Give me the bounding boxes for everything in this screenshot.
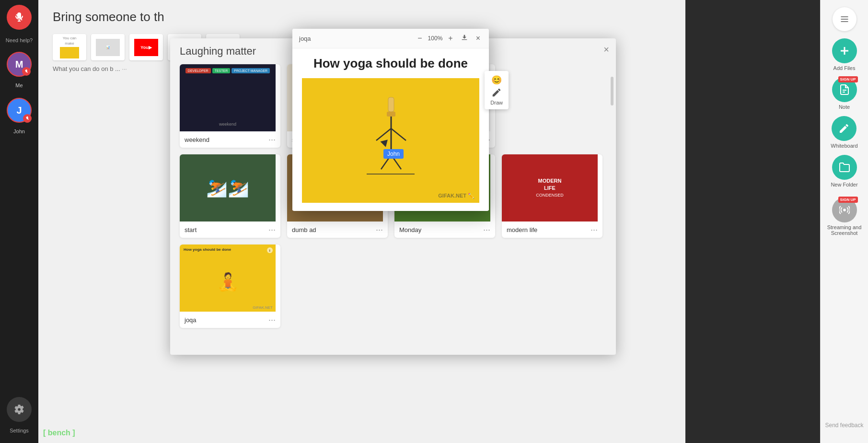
card-start[interactable]: ⛷️⛷️ start ··· <box>180 154 280 238</box>
card-weekend-img: DEVELOPER TESTER PROJECT MANAGER weekend <box>180 64 276 131</box>
add-files-item[interactable]: Add Files <box>832 38 857 71</box>
modernlife-more-btn[interactable]: ··· <box>590 225 598 234</box>
settings-button[interactable] <box>7 397 32 422</box>
smiley-icon: 😊 <box>491 75 502 85</box>
mic-off-badge <box>22 67 31 76</box>
thumb-label-1: You can make <box>60 36 79 58</box>
cursor-area <box>381 140 389 147</box>
john-label: John <box>13 128 25 134</box>
add-files-button[interactable] <box>832 38 857 63</box>
empty-col <box>502 64 602 148</box>
dumbad-title: dumb ad <box>292 226 316 233</box>
streaming-signup-badge: SIGN UP <box>838 197 858 203</box>
download-button[interactable] <box>459 33 470 44</box>
modern-life-text: MODERNLIFECONDENSED <box>536 177 564 198</box>
help-link[interactable]: Need help? <box>6 37 33 43</box>
card-monday-footer: Monday ··· <box>394 222 495 238</box>
yoga-figure-icon: 🧘 <box>217 272 239 292</box>
send-feedback-button[interactable]: Send feedback <box>825 422 863 436</box>
sidebar: Need help? M Me J John Settings <box>0 0 38 443</box>
whiteboard-label: Whiteboard <box>831 143 857 149</box>
preview-controls: − 100% + × <box>416 33 482 44</box>
overlay-close-button[interactable]: × <box>603 44 609 55</box>
draw-label: Draw <box>490 100 503 105</box>
menu-button[interactable] <box>833 7 856 31</box>
weekend-bottom: weekend <box>219 122 236 127</box>
zoom-plus-button[interactable]: + <box>446 33 454 44</box>
preview-yoga-image: John GIFAK.NET ✏️ <box>302 78 479 203</box>
start-more-btn[interactable]: ··· <box>268 225 276 234</box>
card-start-footer: start ··· <box>180 222 280 238</box>
card-modernlife-img: MODERNLIFECONDENSED <box>502 154 598 222</box>
card-weekend-footer: weekend ··· <box>180 131 280 148</box>
card-yoga-img: How yoga should be done 🧘 GIFAK.NET i <box>180 245 276 312</box>
whiteboard-button[interactable] <box>832 116 856 141</box>
tester-badge: TESTER <box>212 68 231 73</box>
svg-rect-4 <box>387 112 395 117</box>
me-label: Me <box>15 82 23 88</box>
thumb-inner-3: You▶ <box>134 39 158 56</box>
john-cursor-label: John <box>383 149 404 159</box>
ski-icon: ⛷️⛷️ <box>206 178 249 198</box>
john-mic-badge <box>23 114 32 123</box>
me-avatar[interactable]: M <box>7 52 32 77</box>
weekend-more-btn[interactable]: ··· <box>268 135 276 144</box>
new-folder-label: New Folder <box>831 182 857 187</box>
note-label: Note <box>839 104 850 110</box>
monday-more-btn[interactable]: ··· <box>483 225 490 234</box>
cursor-arrow <box>380 140 389 148</box>
mic-button[interactable] <box>7 5 32 30</box>
draw-tool-panel: 😊 Draw <box>485 71 509 109</box>
svg-line-6 <box>376 128 391 140</box>
yoga-title: joqa <box>185 316 197 324</box>
board-more-btn[interactable]: ··· <box>122 66 127 72</box>
dumbad-more-btn[interactable]: ··· <box>376 225 383 234</box>
board-thumb-3[interactable]: You▶ <box>129 34 163 60</box>
card-yoga-footer: joqa ··· <box>180 312 280 328</box>
preview-heading: How yoga should be done <box>302 56 479 71</box>
card-modernlife-footer: modern life ··· <box>502 222 602 238</box>
monday-title: Monday <box>399 226 421 233</box>
page-title: Bring someone to th <box>38 0 685 29</box>
yoga-more-btn[interactable]: ··· <box>268 315 276 324</box>
preview-file-title: joqa <box>299 35 311 42</box>
zoom-minus-button[interactable]: − <box>416 33 424 44</box>
svg-line-7 <box>391 128 406 140</box>
streaming-item[interactable]: SIGN UP Streaming and Screenshot <box>821 198 868 236</box>
gifak-watermark-large: GIFAK.NET ✏️ <box>438 193 475 199</box>
pm-badge: PROJECT MANAGER <box>231 68 270 73</box>
board-thumb-1[interactable]: You can make <box>53 34 86 60</box>
start-title: start <box>185 226 197 233</box>
card-modernlife[interactable]: MODERNLIFECONDENSED modern life ··· <box>502 154 602 238</box>
right-panel: Add Files SIGN UP Note Whiteboard New Fo… <box>820 0 868 443</box>
zoom-level: 100% <box>428 35 443 42</box>
streaming-button[interactable]: SIGN UP <box>832 198 857 222</box>
gifak-watermark: GIFAK.NET <box>253 305 273 310</box>
card-yoga-small[interactable]: How yoga should be done 🧘 GIFAK.NET i jo… <box>180 245 280 328</box>
scroll-indicator[interactable] <box>611 77 613 105</box>
card-dumbad-footer: dumb ad ··· <box>287 222 388 238</box>
yoga-badge: i <box>267 247 273 253</box>
svg-rect-3 <box>388 97 394 112</box>
add-files-label: Add Files <box>833 65 856 71</box>
preview-close-button[interactable]: × <box>474 33 482 44</box>
note-button[interactable]: SIGN UP <box>832 77 857 102</box>
card-start-img: ⛷️⛷️ <box>180 154 276 222</box>
dev-labels: DEVELOPER TESTER PROJECT MANAGER <box>185 68 270 73</box>
new-folder-button[interactable] <box>832 155 857 180</box>
card-weekend[interactable]: DEVELOPER TESTER PROJECT MANAGER weekend… <box>180 64 280 148</box>
note-signup-badge: SIGN UP <box>838 76 858 82</box>
settings-label: Settings <box>10 428 29 433</box>
whiteboard-item[interactable]: Whiteboard <box>831 116 857 149</box>
modernlife-title: modern life <box>507 226 537 233</box>
thumb-inner-2: 📊 <box>96 39 120 56</box>
new-folder-item[interactable]: New Folder <box>831 155 857 187</box>
board-thumb-2[interactable]: 📊 <box>91 34 125 60</box>
svg-point-11 <box>843 209 846 211</box>
preview-toolbar: joqa − 100% + × <box>292 29 489 48</box>
pencil-icon <box>491 87 502 98</box>
note-item[interactable]: SIGN UP Note <box>832 77 857 110</box>
bench-label: [ bench ] <box>43 429 75 437</box>
weekend-title: weekend <box>185 136 209 143</box>
preview-modal: joqa − 100% + × How yoga should be done <box>292 29 489 211</box>
